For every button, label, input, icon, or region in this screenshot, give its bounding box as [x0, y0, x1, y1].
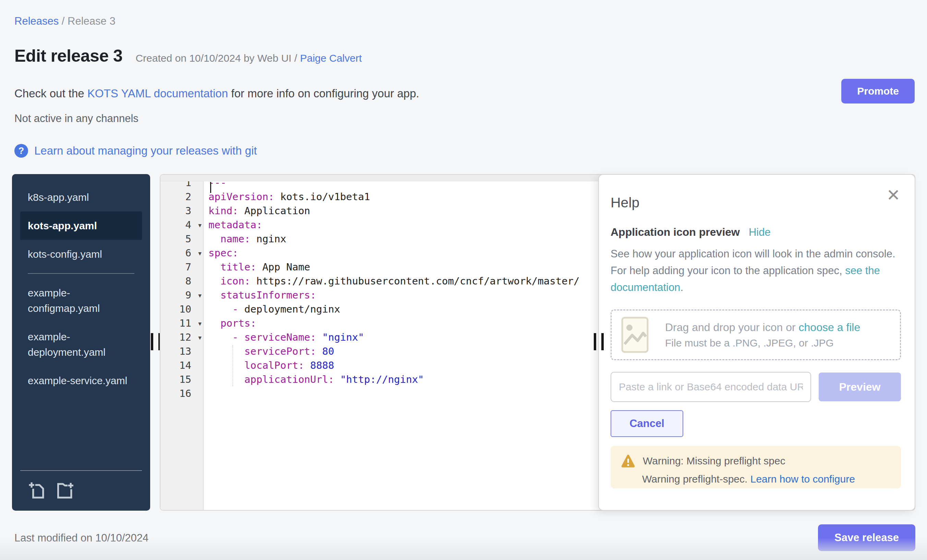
code-text[interactable]: localPort: 8888 — [203, 358, 334, 373]
code-text[interactable]: apiVersion: kots.io/v1beta1 — [203, 190, 370, 204]
help-section-row: Application icon preview Hide — [611, 226, 901, 238]
last-modified-text: Last modified on 10/10/2024 — [14, 532, 149, 544]
code-text[interactable]: - deployment/nginx — [203, 302, 340, 316]
file-item-k8s-app.yaml[interactable]: k8s-app.yaml — [20, 183, 142, 211]
created-text: Created on 10/10/2024 by Web UI / Paige … — [135, 52, 362, 64]
line-number: 15 — [160, 373, 203, 387]
code-text[interactable]: metadata: — [203, 218, 262, 232]
kots-docs-link[interactable]: KOTS YAML documentation — [87, 87, 228, 100]
help-panel: ✕ Help Application icon preview Hide See… — [598, 174, 915, 511]
line-number: 6▼ — [160, 246, 203, 260]
preview-button[interactable]: Preview — [819, 373, 901, 401]
warning-title: Warning: Missing preflight spec — [643, 455, 786, 467]
warning-triangle-icon — [621, 454, 635, 468]
breadcrumb-separator: / — [59, 15, 68, 27]
sidebar-toolbar — [20, 470, 142, 511]
warning-box: Warning: Missing preflight spec Warning … — [611, 446, 901, 489]
dropzone-line1: Drag and drop your icon or — [665, 321, 799, 334]
code-text[interactable]: statusInformers: — [203, 288, 316, 302]
file-list-divider — [28, 273, 134, 274]
promote-button[interactable]: Promote — [841, 79, 915, 103]
code-text[interactable]: icon: https://raw.githubusercontent.com/… — [203, 274, 580, 288]
file-sidebar: k8s-app.yamlkots-app.yamlkots-config.yam… — [12, 174, 150, 511]
help-desc-period: . — [680, 281, 683, 293]
help-inner: Help Application icon preview Hide See h… — [599, 175, 915, 489]
code-text[interactable] — [203, 387, 208, 401]
file-item-example-deployment.yaml[interactable]: example-deployment.yaml — [20, 322, 142, 366]
line-number: 11▼ — [160, 316, 203, 330]
file-item-kots-app.yaml[interactable]: kots-app.yaml — [20, 211, 142, 240]
code-text[interactable]: kind: Application — [203, 204, 310, 218]
line-number: 9▼ — [160, 288, 203, 302]
line-number: 8 — [160, 274, 203, 288]
line-number: 13 — [160, 344, 203, 358]
fold-arrow-icon[interactable]: ▼ — [198, 331, 202, 345]
text-cursor — [210, 182, 211, 193]
fold-arrow-icon[interactable]: ▼ — [198, 246, 202, 261]
git-help-link[interactable]: ? Learn about managing your releases wit… — [14, 144, 257, 158]
add-file-icon[interactable] — [29, 482, 46, 500]
cancel-button[interactable]: Cancel — [611, 410, 683, 437]
warning-configure-link[interactable]: Learn how to configure — [751, 473, 855, 485]
breadcrumb-current: Release 3 — [68, 15, 115, 27]
question-circle-icon: ? — [14, 144, 28, 158]
line-number: 3 — [160, 204, 203, 218]
intro-before: Check out the — [14, 87, 87, 100]
file-item-kots-config.yaml[interactable]: kots-config.yaml — [20, 240, 142, 269]
line-number: 5 — [160, 232, 203, 246]
git-help-label: Learn about managing your releases with … — [34, 144, 257, 157]
fold-arrow-icon[interactable]: ▼ — [198, 218, 202, 232]
code-text[interactable]: ports: — [203, 316, 257, 330]
file-item-example-configmap.yaml[interactable]: example-configmap.yaml — [20, 279, 142, 322]
code-text[interactable]: name: nginx — [203, 232, 286, 246]
title-row: Edit release 3 Created on 10/10/2024 by … — [14, 46, 362, 66]
code-text[interactable]: spec: — [203, 246, 238, 260]
line-number: 16 — [160, 387, 203, 401]
dropzone-line2: File must be a .PNG, .JPEG, or .JPG — [665, 337, 860, 349]
handle-bar — [594, 333, 596, 350]
help-title: Help — [611, 195, 901, 211]
line-number: 10 — [160, 302, 203, 316]
line-number: 4▼ — [160, 218, 203, 232]
code-text[interactable]: --- — [203, 181, 226, 190]
line-number: 1 — [160, 181, 203, 190]
created-prefix: Created on 10/10/2024 by Web UI / — [135, 52, 300, 64]
code-text[interactable]: applicationUrl: "http://nginx" — [203, 373, 424, 387]
line-number: 2 — [160, 190, 203, 204]
hide-link[interactable]: Hide — [749, 226, 770, 238]
intro-text: Check out the KOTS YAML documentation fo… — [14, 87, 419, 100]
icon-url-row: Preview — [611, 372, 901, 402]
author-link[interactable]: Paige Calvert — [300, 52, 362, 64]
page-title: Edit release 3 — [14, 46, 122, 66]
icon-url-input[interactable] — [611, 372, 811, 402]
breadcrumb: Releases / Release 3 — [14, 15, 115, 27]
fold-arrow-icon[interactable]: ▼ — [198, 288, 202, 303]
help-resize-handle[interactable] — [594, 333, 604, 350]
main-area: k8s-app.yamlkots-app.yamlkots-config.yam… — [12, 174, 915, 511]
intro-after: for more info on configuring your app. — [228, 87, 419, 100]
image-placeholder-icon — [621, 317, 649, 353]
handle-bar — [601, 333, 604, 350]
code-text[interactable]: title: App Name — [203, 260, 310, 274]
warning-body-text: Warning preflight-spec. — [642, 473, 751, 485]
handle-bar — [151, 333, 153, 350]
line-number: 7 — [160, 260, 203, 274]
help-description: See how your application icon will look … — [611, 245, 900, 296]
code-text[interactable]: servicePort: 80 — [203, 344, 334, 358]
save-release-button[interactable]: Save release — [818, 524, 915, 551]
breadcrumb-releases-link[interactable]: Releases — [14, 15, 59, 27]
sidebar-resize-handle[interactable] — [151, 333, 161, 350]
file-item-example-service.yaml[interactable]: example-service.yaml — [20, 366, 142, 395]
line-number: 14 — [160, 358, 203, 373]
code-text[interactable]: - serviceName: "nginx" — [203, 330, 364, 344]
file-list: k8s-app.yamlkots-app.yamlkots-config.yam… — [12, 174, 150, 395]
choose-file-link[interactable]: choose a file — [799, 321, 860, 334]
indent-guide — [233, 345, 233, 386]
fold-arrow-icon[interactable]: ▼ — [198, 317, 202, 331]
channel-status: Not active in any channels — [14, 112, 138, 125]
add-folder-icon[interactable] — [56, 482, 74, 500]
dropzone-text: Drag and drop your icon or choose a file… — [665, 321, 860, 349]
icon-dropzone[interactable]: Drag and drop your icon or choose a file… — [611, 310, 901, 360]
warning-body: Warning preflight-spec. Learn how to con… — [642, 473, 891, 485]
icon-preview-title: Application icon preview — [611, 226, 740, 238]
